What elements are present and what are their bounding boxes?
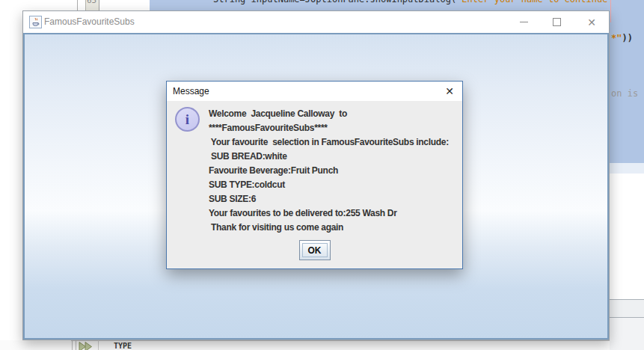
- minimize-button[interactable]: [514, 11, 533, 33]
- dialog-close-button[interactable]: ✕: [441, 82, 458, 101]
- output-gutter-line: [98, 340, 99, 350]
- editor-top-strip: 65 String inputName=JOptionPane.showInpu…: [0, 0, 644, 10]
- editor-gutter-divider: [77, 0, 78, 10]
- info-icon: i: [175, 107, 200, 132]
- message-line: ****FamousFavouriteSubs****: [209, 121, 449, 135]
- app-titlebar[interactable]: FamousFavouriteSubs ✕: [23, 11, 609, 33]
- output-gutter-line: [72, 340, 73, 350]
- dialog-titlebar[interactable]: Message ✕: [167, 82, 462, 101]
- panel-band: [610, 318, 644, 350]
- close-icon: ✕: [587, 17, 596, 28]
- panel-band: [610, 300, 644, 317]
- output-panel-border: [71, 340, 610, 341]
- output-panel-strip: TYPE: [0, 340, 610, 350]
- app-window-title: FamousFavouriteSubs: [44, 11, 135, 33]
- code-string-fragment: *": [611, 33, 622, 43]
- editor-right-strip: *")) on is: [610, 0, 644, 350]
- java-app-icon: [29, 16, 42, 28]
- message-line: Welcome Jacqueline Calloway to: [209, 107, 449, 121]
- rerun-icon[interactable]: [79, 341, 96, 350]
- ok-button[interactable]: OK: [299, 240, 331, 260]
- message-line: SUB BREAD:white: [209, 150, 449, 164]
- info-icon-glyph: i: [185, 111, 189, 128]
- editor-comment-fragment: on is: [611, 88, 638, 99]
- message-line: Your favourite selection in FamousFavour…: [209, 135, 449, 150]
- screenshot-stage: 65 String inputName=JOptionPane.showInpu…: [0, 0, 644, 350]
- close-icon: ✕: [445, 85, 454, 97]
- dialog-body: i Welcome Jacqueline Calloway to ****Fam…: [167, 101, 462, 268]
- editor-selection-band: String inputName=JOptionPane.showInputDi…: [150, 0, 644, 10]
- message-dialog: Message ✕ i Welcome Jacqueline Calloway …: [166, 81, 463, 269]
- maximize-icon: [553, 18, 561, 26]
- code-string-fragment: "Enter your name to continue:"): [456, 0, 624, 4]
- output-text-fragment: TYPE: [114, 342, 132, 350]
- dialog-title: Message: [173, 82, 209, 101]
- editor-line-number: 65: [87, 0, 96, 5]
- message-line: SUB TYPE:coldcut: [209, 178, 449, 192]
- maximize-button[interactable]: [547, 11, 566, 33]
- message-line: Favourite Beverage:Fruit Punch: [209, 164, 449, 178]
- output-gutter-line: [76, 340, 76, 350]
- code-dark-fragment: String inputName=JOptionPane.showInputDi…: [213, 0, 456, 4]
- ok-button-label: OK: [308, 245, 322, 256]
- dialog-message: Welcome Jacqueline Calloway to ****Famou…: [209, 107, 449, 235]
- message-line: Your favourites to be delivered to:255 W…: [209, 206, 449, 221]
- message-line: SUB SIZE:6: [209, 192, 449, 206]
- code-paren-fragment: )): [622, 33, 632, 43]
- editor-code-fragment-right: *")): [611, 33, 633, 43]
- message-line: Thank for visiting us come again: [209, 221, 449, 235]
- editor-selection-pale-line: [610, 163, 644, 174]
- editor-selection-right: [610, 0, 644, 163]
- editor-code-line-clipped: String inputName=JOptionPane.showInputDi…: [213, 0, 624, 4]
- close-button[interactable]: ✕: [582, 11, 601, 33]
- editor-margin-guide: [610, 0, 611, 22]
- minimize-icon: [520, 22, 528, 22]
